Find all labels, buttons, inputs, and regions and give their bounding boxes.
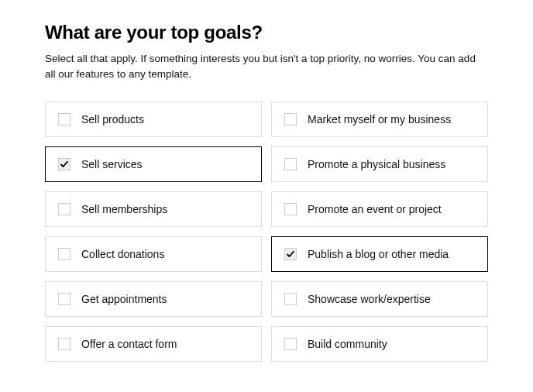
checkbox-icon	[284, 338, 297, 350]
checkbox-icon	[284, 158, 297, 170]
goal-option-label: Publish a blog or other media	[308, 248, 449, 260]
goal-option-label: Build community	[308, 338, 387, 350]
goal-option-label: Sell services	[81, 158, 143, 170]
checkbox-icon	[58, 338, 70, 350]
checkbox-icon	[58, 248, 70, 260]
checkbox-icon	[58, 158, 70, 170]
checkbox-icon	[284, 113, 297, 126]
goal-option[interactable]: Publish a blog or other media	[271, 236, 488, 272]
goal-option[interactable]: Sell products	[45, 101, 262, 137]
goal-option-label: Showcase work/expertise	[308, 293, 431, 305]
goal-option-label: Promote an event or project	[308, 203, 442, 215]
checkbox-icon	[58, 113, 70, 126]
checkbox-icon	[284, 203, 297, 215]
goal-option[interactable]: Collect donations	[45, 236, 262, 272]
goal-option[interactable]: Offer a contact form	[45, 326, 262, 362]
checkbox-icon	[284, 293, 297, 305]
goal-option-label: Collect donations	[81, 248, 164, 260]
goal-option-label: Promote a physical business	[308, 158, 445, 170]
checkbox-icon	[284, 248, 297, 260]
goal-option[interactable]: Market myself or my business	[271, 101, 488, 137]
page-subheading: Select all that apply. If something inte…	[45, 51, 488, 81]
checkbox-icon	[58, 293, 70, 305]
goal-option-label: Get appointments	[81, 293, 167, 305]
goals-grid: Sell productsMarket myself or my busines…	[45, 101, 488, 362]
goal-option[interactable]: Sell services	[45, 146, 262, 182]
goal-option-label: Market myself or my business	[308, 113, 451, 126]
checkbox-icon	[58, 203, 70, 215]
goal-option[interactable]: Promote an event or project	[271, 191, 488, 227]
goal-option[interactable]: Showcase work/expertise	[271, 281, 488, 317]
goal-option[interactable]: Sell memberships	[45, 191, 262, 227]
goal-option-label: Sell memberships	[81, 203, 167, 215]
goal-option-label: Offer a contact form	[81, 338, 177, 350]
page-heading: What are your top goals?	[45, 22, 488, 43]
goal-option[interactable]: Get appointments	[45, 281, 262, 317]
goal-option[interactable]: Promote a physical business	[271, 146, 488, 182]
goal-option[interactable]: Build community	[271, 326, 488, 362]
goal-option-label: Sell products	[81, 113, 144, 126]
